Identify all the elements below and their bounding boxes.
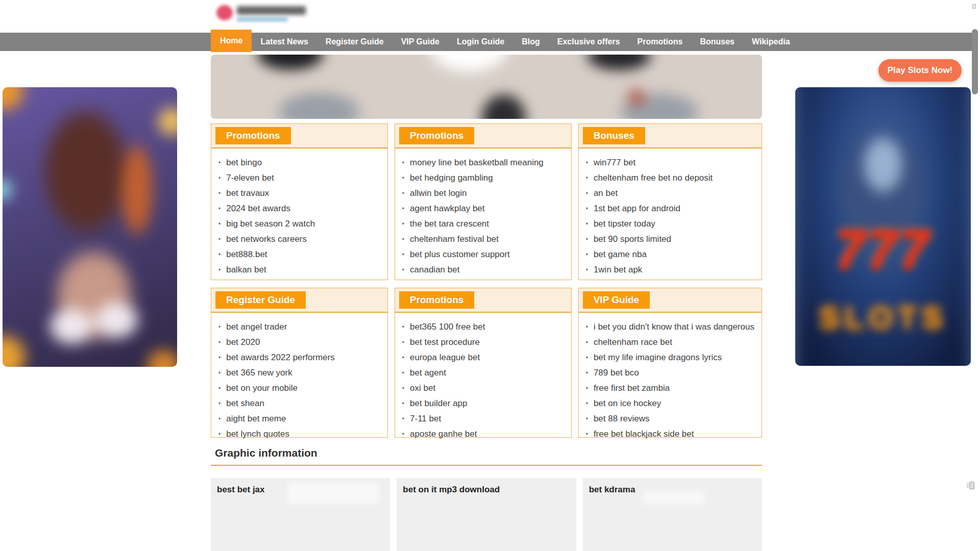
keyword-link[interactable]: oxi bet xyxy=(402,381,564,396)
box-header: VIP Guide xyxy=(579,288,762,313)
graphic-card-bet-kdrama[interactable]: bet kdrama xyxy=(583,478,762,551)
keyword-link[interactable]: europa league bet xyxy=(402,350,564,365)
keyword-link[interactable]: bet365 100 free bet xyxy=(402,319,564,335)
box-list: bet angel trader bet 2020 bet awards 202… xyxy=(211,313,387,442)
keyword-link[interactable]: i bet you didn't know that i was dangero… xyxy=(586,319,754,335)
box-title-badge: Promotions xyxy=(399,127,475,144)
graphic-card-bet-on-it-mp3[interactable]: bet on it mp3 download xyxy=(397,478,576,551)
box-title-badge: Promotions xyxy=(215,127,291,144)
keyword-link[interactable]: 7-eleven bet xyxy=(218,170,380,186)
keyword-link[interactable]: canadian bet xyxy=(402,262,564,278)
keyword-link[interactable]: balkan bet xyxy=(218,262,380,278)
keyword-link[interactable]: agent hawkplay bet xyxy=(402,201,564,216)
box-title-badge: VIP Guide xyxy=(583,291,650,309)
left-ad-banner[interactable] xyxy=(3,87,177,367)
box-header: Register Guide xyxy=(211,288,387,313)
keyword-link[interactable]: bet plus customer support xyxy=(402,247,564,262)
keyword-link[interactable]: bet bingo xyxy=(218,155,380,170)
keyword-link[interactable]: an bet xyxy=(586,186,754,201)
keyword-link[interactable]: bet awards 2022 performers xyxy=(218,350,380,365)
keyword-link[interactable]: cheltenham free bet no deposit xyxy=(586,170,754,186)
keyword-link[interactable]: bet 365 new york xyxy=(218,365,380,381)
keyword-link[interactable]: bet on your mobile xyxy=(218,381,380,396)
nav-item-register-guide[interactable]: Register Guide xyxy=(317,33,393,51)
keyword-link[interactable]: bet 88 reviews xyxy=(586,411,754,427)
nav-item-latest-news[interactable]: Latest News xyxy=(252,33,316,51)
hero-blur xyxy=(211,55,762,119)
keyword-link[interactable]: bet 2020 xyxy=(218,335,380,350)
keyword-link[interactable]: the bet tara crescent xyxy=(402,216,564,232)
keyword-link[interactable]: free first bet zambia xyxy=(586,381,754,396)
keyword-link[interactable]: 7-11 bet xyxy=(402,411,564,427)
page-marker-icon xyxy=(969,482,974,489)
keyword-link[interactable]: bet tipster today xyxy=(586,216,754,232)
box-promotions-2: Promotions money line bet basketball mea… xyxy=(395,123,572,280)
keyword-link[interactable]: money line bet basketball meaning xyxy=(402,155,564,170)
hero-banner-image xyxy=(211,55,762,119)
ad-slots-text: SLOTS xyxy=(795,299,971,335)
keyword-link[interactable]: 789 bet bco xyxy=(586,365,754,381)
keyword-link[interactable]: aposte ganhe bet xyxy=(402,427,564,442)
box-promotions-1: Promotions bet bingo 7-eleven bet bet tr… xyxy=(211,123,388,280)
keyword-link[interactable]: bet travaux xyxy=(218,186,380,201)
box-header: Promotions xyxy=(395,288,571,313)
keyword-link[interactable]: free bet blackjack side bet xyxy=(586,427,754,442)
keyword-link[interactable]: bet shean xyxy=(218,396,380,411)
keyword-link[interactable]: bet on ice hockey xyxy=(586,396,754,411)
ad-jackpot-777-text: 777 xyxy=(795,218,971,280)
graphic-information-title: Graphic information xyxy=(215,447,317,459)
box-list: bet bingo 7-eleven bet bet travaux 2024 … xyxy=(211,148,387,278)
nav-item-vip-guide[interactable]: VIP Guide xyxy=(393,33,448,51)
blurred-thumb xyxy=(287,482,379,504)
box-title-badge: Bonuses xyxy=(583,127,645,144)
main-nav: Home Latest News Register Guide VIP Guid… xyxy=(0,33,972,51)
keyword-link[interactable]: bet my life imagine dragons lyrics xyxy=(586,350,754,365)
play-slots-button[interactable]: Play Slots Now! xyxy=(878,59,962,82)
box-list: i bet you didn't know that i was dangero… xyxy=(579,313,762,442)
keyword-link[interactable]: 1st bet app for android xyxy=(586,201,754,216)
nav-item-home[interactable]: Home xyxy=(211,30,252,52)
keyword-link[interactable]: cheltenham race bet xyxy=(586,335,754,350)
keyword-link[interactable]: bet hedging gambling xyxy=(402,170,564,186)
page-marker-icon xyxy=(972,4,976,9)
keyword-link[interactable]: bet game nba xyxy=(586,247,754,262)
nav-item-login-guide[interactable]: Login Guide xyxy=(448,33,513,51)
keyword-link[interactable]: 2024 bet awards xyxy=(218,201,380,216)
box-list: bet365 100 free bet bet test procedure e… xyxy=(395,313,571,442)
scrollbar-thumb[interactable] xyxy=(972,29,978,94)
nav-item-promotions[interactable]: Promotions xyxy=(629,33,692,51)
box-promotions-3: Promotions bet365 100 free bet bet test … xyxy=(395,288,572,438)
left-ad-blurred-image xyxy=(3,87,177,367)
keyword-link[interactable]: bet888.bet xyxy=(218,247,380,262)
site-logo[interactable] xyxy=(216,4,329,27)
keyword-link[interactable]: aight bet meme xyxy=(218,411,380,427)
nav-item-exclusive-offers[interactable]: Exclusive offers xyxy=(549,33,629,51)
keyword-link[interactable]: cheltenham festival bet xyxy=(402,232,564,247)
nav-item-wikipedia[interactable]: Wikipedia xyxy=(743,33,799,51)
right-ad-banner[interactable]: 777 SLOTS xyxy=(795,87,971,366)
keyword-link[interactable]: allwin bet login xyxy=(402,186,564,201)
keyword-link[interactable]: bet builder app xyxy=(402,396,564,411)
box-header: Promotions xyxy=(211,124,387,148)
box-title-badge: Promotions xyxy=(399,291,475,309)
graphic-cards: best bet jax bet on it mp3 download bet … xyxy=(211,478,762,551)
keyword-link[interactable]: bet test procedure xyxy=(402,335,564,350)
keyword-link[interactable]: bet networks careers xyxy=(218,232,380,247)
keyword-link[interactable]: bet agent xyxy=(402,365,564,381)
logo-icon xyxy=(216,5,233,20)
section-divider xyxy=(211,465,762,466)
card-title: bet on it mp3 download xyxy=(403,485,570,495)
logo-wordmark xyxy=(237,6,306,15)
nav-item-blog[interactable]: Blog xyxy=(513,33,549,51)
box-title-badge: Register Guide xyxy=(215,291,306,309)
graphic-card-best-bet-jax[interactable]: best bet jax xyxy=(211,478,390,551)
nav-item-bonuses[interactable]: Bonuses xyxy=(691,33,743,51)
link-boxes-grid: Promotions bet bingo 7-eleven bet bet tr… xyxy=(211,123,762,438)
keyword-link[interactable]: bet lynch quotes xyxy=(218,427,380,442)
keyword-link[interactable]: bet 90 sports limited xyxy=(586,232,754,247)
keyword-link[interactable]: 1win bet apk xyxy=(586,262,754,278)
keyword-link[interactable]: big bet season 2 watch xyxy=(218,216,380,232)
keyword-link[interactable]: win777 bet xyxy=(586,155,754,170)
blurred-thumb xyxy=(643,491,704,505)
keyword-link[interactable]: bet angel trader xyxy=(218,319,380,335)
